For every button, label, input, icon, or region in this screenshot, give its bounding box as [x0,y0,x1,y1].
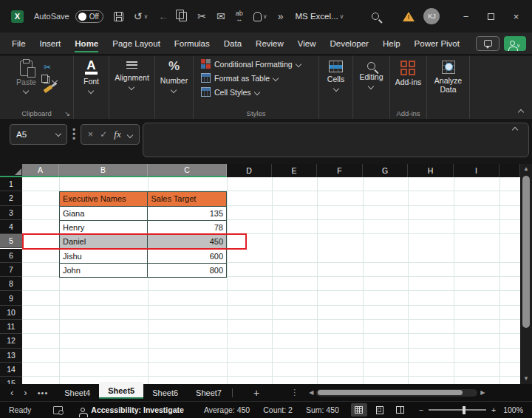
alignment-button[interactable]: Alignment [115,59,149,89]
column-header-e[interactable]: E [272,164,317,177]
new-sheet-button[interactable]: + [253,387,259,399]
row-header-12[interactable]: 12 [0,334,22,348]
row-header-5[interactable]: 5 [0,234,22,248]
zoom-slider-thumb[interactable] [463,406,466,414]
tab-sheet4[interactable]: Sheet4 [55,386,99,400]
column-header-i[interactable]: I [454,164,499,177]
share-button[interactable]: ∨ [504,36,526,51]
zoom-slider[interactable] [429,409,486,411]
qat-overflow-button[interactable]: » [278,10,284,22]
normal-view-button[interactable] [351,403,367,417]
row-header-14[interactable]: 14 [0,363,22,377]
column-header-a[interactable]: A [22,164,59,177]
row-header-11[interactable]: 11 [0,320,22,334]
row-header-2[interactable]: 2 [0,191,22,205]
confirm-entry-button[interactable]: ✓ [100,129,107,140]
comments-button[interactable] [476,36,499,51]
cell-c3[interactable]: 135 [148,207,227,221]
name-box[interactable]: A5 [10,124,67,145]
alert-button[interactable] [403,12,415,21]
vertical-scroll-thumb[interactable] [522,176,530,328]
horizontal-scrollbar[interactable]: ◀ ▶ [309,389,485,397]
number-button[interactable]: % Number [160,59,188,92]
format-painter-button[interactable] [44,85,53,93]
row-header-4[interactable]: 4 [0,220,22,234]
tab-formulas[interactable]: Formulas [174,34,210,52]
tab-developer[interactable]: Developer [330,34,369,52]
conditional-formatting-button[interactable]: Conditional Formatting [194,59,318,69]
insert-function-button[interactable]: fx [114,129,120,140]
copy-button[interactable] [179,12,187,21]
page-break-view-button[interactable] [392,403,409,417]
cut-button[interactable]: ✂ [44,62,57,72]
cell-styles-button[interactable]: Cell Styles [194,87,318,97]
cell-b2[interactable]: Executive Names [60,192,148,206]
zoom-out-button[interactable]: − [419,405,423,414]
search-button[interactable] [372,13,379,20]
font-button[interactable]: A Font [83,59,99,93]
row-header-1[interactable]: 1 [0,177,22,191]
replace-button[interactable]: ab↔ [236,10,243,22]
row-header-13[interactable]: 13 [0,349,22,363]
collapse-ribbon-icon[interactable] [518,109,524,115]
cancel-entry-button[interactable]: × [88,129,93,140]
tab-file[interactable]: File [12,34,26,52]
tab-view[interactable]: View [298,34,316,52]
all-sheets-icon[interactable]: ••• [38,388,49,397]
tab-sheet5[interactable]: Sheet5 [99,382,143,399]
format-as-table-button[interactable]: Format as Table [194,73,318,83]
page-layout-view-button[interactable] [372,403,388,417]
row-header-15[interactable]: 15 [0,377,22,384]
cell-c6[interactable]: 600 [148,249,227,263]
horizontal-scroll-track[interactable] [316,389,477,397]
drag-handle-icon[interactable]: ••• [72,128,75,141]
maximize-button[interactable] [478,11,503,22]
cell-c7[interactable]: 800 [148,264,227,278]
row-header-7[interactable]: 7 [0,263,22,277]
tab-data[interactable]: Data [224,34,242,52]
formula-input[interactable] [143,123,529,157]
column-header-b[interactable]: B [59,164,148,177]
scroll-left-icon[interactable]: ◀ [309,389,313,396]
clipboard-dialog-launcher[interactable]: ↘ [64,110,70,117]
tab-review[interactable]: Review [256,34,284,52]
minimize-button[interactable]: − [453,11,478,22]
back-button[interactable]: ← [158,10,168,22]
scroll-right-icon[interactable]: ▶ [480,389,485,396]
addins-button[interactable]: Add-ins [395,59,422,86]
paste-button[interactable]: Paste [16,61,36,93]
column-header-d[interactable]: D [227,164,272,177]
column-header-f[interactable]: F [317,164,363,177]
cell-b3[interactable]: Giana [60,207,148,221]
touch-mode-button[interactable]: ∨ [253,12,267,21]
tab-help[interactable]: Help [383,34,400,52]
tab-home[interactable]: Home [75,34,98,52]
tab-insert[interactable]: Insert [40,34,61,52]
cell-c2[interactable]: Sales Target [148,192,227,206]
accessibility-status[interactable]: Accessibility: Investigate [91,405,183,414]
autosave-toggle[interactable]: Off [75,10,103,23]
tab-sheet6[interactable]: Sheet6 [143,386,187,400]
cells-button[interactable]: Cells [327,59,344,91]
zoom-in-button[interactable]: + [491,405,496,414]
next-sheet-icon[interactable]: › [24,387,27,398]
row-header-6[interactable]: 6 [0,249,22,263]
row-header-10[interactable]: 10 [0,306,22,320]
scroll-up-icon[interactable]: ▲ [520,164,532,174]
save-button[interactable] [114,12,123,21]
prev-sheet-icon[interactable]: ‹ [10,387,13,398]
column-header-partial[interactable] [499,164,520,177]
row-header-9[interactable]: 9 [0,291,22,305]
row-header-3[interactable]: 3 [0,206,22,220]
column-header-g[interactable]: G [363,164,408,177]
tab-page-layout[interactable]: Page Layout [112,34,160,52]
close-button[interactable]: × [503,11,528,22]
column-header-c[interactable]: C [148,164,227,177]
row-header-8[interactable]: 8 [0,277,22,291]
vertical-scrollbar[interactable]: ▲ ▼ [520,164,532,384]
tab-sheet7[interactable]: Sheet7 [187,386,231,400]
zoom-level[interactable]: 100% [503,405,523,414]
macro-record-icon[interactable] [53,406,63,414]
cell-b7[interactable]: John [60,264,148,278]
email-button[interactable]: ✉ [216,10,225,22]
